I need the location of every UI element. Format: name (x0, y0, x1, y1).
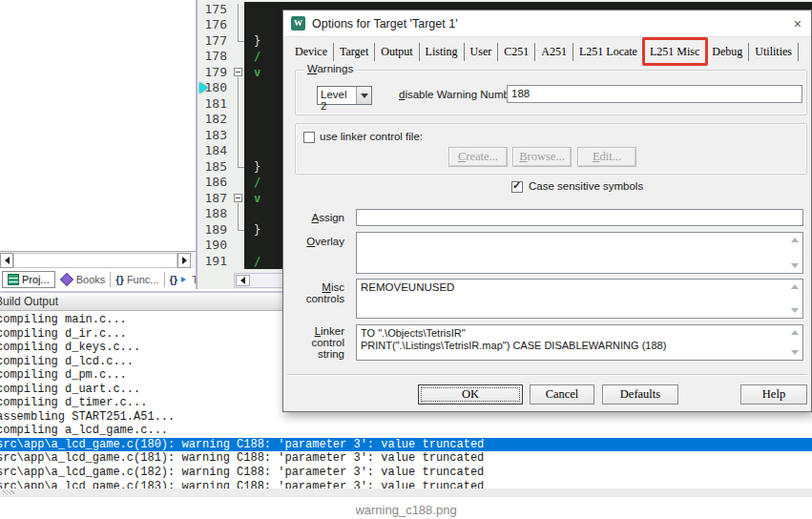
tab-l251-misc[interactable]: L251 Misc (644, 43, 706, 61)
create-button[interactable]: Create... (448, 147, 508, 167)
misc-controls-label: Misccontrols (283, 281, 344, 304)
help-button[interactable]: Help (740, 384, 807, 405)
scroll-up-icon[interactable] (791, 238, 799, 242)
separator (287, 374, 807, 376)
defaults-button[interactable]: Defaults (602, 384, 678, 405)
build-line[interactable]: compiling a_lcd_game.c... (0, 424, 812, 438)
misc-controls-input[interactable]: REMOVEUNUSED (356, 279, 803, 319)
tab-device[interactable]: Device (289, 43, 334, 61)
tab-listing[interactable]: Listing (420, 43, 465, 61)
line-number: 177 (198, 33, 232, 49)
line-number: 181 (198, 96, 232, 112)
line-number: 175 (198, 2, 232, 17)
line-number: 187 (198, 191, 232, 206)
linker-control-string-label: Linkercontrolstring (283, 325, 344, 360)
tab-project[interactable]: Proj... (2, 271, 55, 288)
build-line[interactable]: assembling START251.A51... (0, 410, 812, 425)
fold-guide (238, 4, 239, 41)
tab-label: Books (76, 274, 106, 285)
braces-icon: {} (115, 274, 124, 285)
scroll-right-button[interactable] (177, 253, 191, 268)
scroll-up-icon[interactable] (791, 330, 799, 335)
fold-guide-hook (238, 230, 244, 231)
dialog-tabbar: Device Target Output Listing User C251 A… (289, 41, 807, 62)
tab-a251[interactable]: A251 (535, 43, 573, 61)
case-sensitive-label: Case sensitive symbols (529, 180, 643, 192)
close-button[interactable]: × (794, 10, 802, 37)
fold-guide (238, 77, 239, 167)
dialog-titlebar: W Options for Target 'Target 1' × (283, 10, 811, 37)
line-number: 191 (198, 254, 232, 269)
line-number: 184 (198, 143, 232, 158)
line-number: 185 (198, 159, 232, 175)
build-line[interactable]: src\app\a_lcd_game.c(182): warning C188:… (0, 466, 812, 480)
tab-c251[interactable]: C251 (498, 43, 535, 61)
cancel-button[interactable]: Cancel (530, 384, 594, 405)
project-icon (8, 274, 19, 285)
panel-title: Build Output (0, 295, 58, 308)
overlay-input[interactable] (356, 232, 803, 274)
build-line[interactable]: src\app\a_lcd_game.c(183): warning C188:… (0, 480, 812, 488)
line-number: 178 (198, 49, 232, 64)
group-label: Warnings (304, 63, 356, 74)
fold-column (232, 254, 244, 269)
edit-button[interactable]: Edit... (577, 147, 636, 167)
assign-label: Assign (283, 212, 344, 223)
warnings-group: Warnings Level 2 disable Warning Numbers… (295, 70, 807, 115)
tab-user[interactable]: User (465, 43, 499, 61)
line-number: 183 (198, 128, 232, 143)
fold-column (232, 238, 244, 253)
build-line[interactable]: src\app\a_lcd_game.c(181): warning C188:… (0, 451, 812, 466)
project-panel-hscrollbar[interactable] (0, 251, 197, 268)
screenshot-root: Proj... Books {} Func... {} Tem... 175 1… (0, 0, 812, 519)
arrow-left-icon (240, 277, 245, 284)
linker-string-line: TO ".\Objects\TetrisIR" (361, 327, 787, 340)
line-number: 186 (198, 175, 232, 190)
warning-level-select[interactable]: Level 2 (317, 86, 372, 105)
scroll-down-icon[interactable] (791, 263, 799, 268)
options-dialog: W Options for Target 'Target 1' × Device… (282, 10, 812, 412)
tab-utilities[interactable]: Utilities (749, 43, 799, 61)
tab-target[interactable]: Target (334, 43, 375, 61)
fold-collapse-box[interactable] (234, 194, 242, 202)
tab-books[interactable]: Books (55, 272, 112, 287)
ok-button[interactable]: OK (418, 384, 523, 405)
chevron-down-icon (361, 93, 368, 98)
tab-label: Proj... (22, 274, 50, 285)
line-number: 179 (198, 65, 232, 80)
fold-collapse-box[interactable] (234, 68, 242, 76)
scroll-up-icon[interactable] (791, 284, 799, 289)
disable-warnings-input[interactable]: 188 (507, 85, 802, 103)
scroll-grip (3, 490, 14, 495)
arrow-icon (181, 277, 189, 282)
image-caption: warning_c188.png (0, 503, 812, 517)
scroll-down-icon[interactable] (791, 350, 799, 355)
use-linker-file-checkbox[interactable] (303, 132, 315, 143)
selected-value: Level 2 (318, 87, 356, 104)
workspace-tabbar: Proj... Books {} Func... {} Tem... (2, 269, 226, 289)
build-output-hscrollbar[interactable] (0, 488, 812, 497)
linker-control-string-box[interactable]: TO ".\Objects\TetrisIR" PRINT(".\Listing… (356, 324, 803, 361)
tab-output[interactable]: Output (375, 43, 419, 61)
button-label: Edit... (593, 148, 621, 166)
tab-functions[interactable]: {} Func... (111, 272, 164, 287)
scroll-down-icon[interactable] (791, 308, 799, 313)
build-line-selected[interactable]: src\app\a_lcd_game.c(180): warning C188:… (0, 438, 812, 452)
fold-guide-hook (238, 167, 244, 168)
fold-guide (238, 203, 239, 230)
button-label: Browse... (519, 148, 565, 166)
tab-debug[interactable]: Debug (706, 43, 749, 61)
scrollbar-track[interactable] (13, 253, 177, 268)
dropdown-button[interactable] (356, 87, 371, 104)
arrow-right-icon (182, 257, 187, 264)
line-number: 176 (198, 17, 232, 32)
braces-icon: {} (170, 274, 178, 285)
case-sensitive-checkbox[interactable]: ✓ (511, 181, 523, 193)
scroll-left-button[interactable] (236, 275, 250, 286)
dialog-title: Options for Target 'Target 1' (312, 10, 458, 37)
scroll-left-button[interactable] (0, 253, 13, 268)
line-number: 182 (198, 112, 232, 127)
assign-input[interactable] (356, 209, 803, 226)
browse-button[interactable]: Browse... (512, 147, 572, 167)
tab-l251-locate[interactable]: L251 Locate (573, 43, 644, 61)
